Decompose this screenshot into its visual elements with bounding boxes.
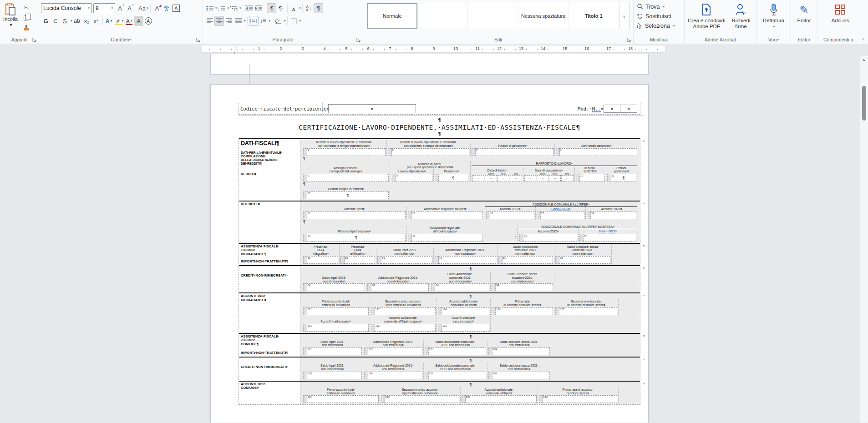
editor-button[interactable]: ✎ Editor xyxy=(791,0,817,34)
input-box[interactable]: 203 xyxy=(428,347,486,355)
character-border-button[interactable]: A xyxy=(171,3,181,13)
shading-button[interactable] xyxy=(274,16,283,26)
shrink-font-button[interactable]: A˅ xyxy=(125,3,134,13)
input-box[interactable]: 81 xyxy=(502,256,553,264)
input-box[interactable]: 207 xyxy=(428,372,486,379)
enclose-characters-button[interactable]: A xyxy=(143,16,153,26)
date-input-box[interactable]: ¤ xyxy=(497,175,509,181)
input-box[interactable]: 22 xyxy=(411,212,483,219)
input-box[interactable]: 4 xyxy=(559,148,638,156)
input-box[interactable]: 1 xyxy=(307,148,386,156)
format-painter-icon[interactable] xyxy=(21,24,31,32)
change-case-button[interactable]: Aa▾ xyxy=(137,3,149,13)
left-to-right-button[interactable]: ›¶ xyxy=(267,3,276,13)
input-box[interactable]: 33 xyxy=(523,234,577,242)
phonetic-guide-button[interactable]: abcA xyxy=(162,3,171,13)
input-box[interactable]: 208 xyxy=(492,372,550,379)
input-box[interactable]: 132 xyxy=(375,324,436,332)
justify-button[interactable] xyxy=(233,16,243,26)
date-input-box[interactable]: ¤ xyxy=(510,175,522,181)
input-box[interactable]: 30¶ xyxy=(307,234,406,242)
date-input-box[interactable]: ¤ xyxy=(537,175,548,181)
input-box[interactable]: 222 xyxy=(385,395,459,403)
font-dialog-launcher[interactable] xyxy=(196,38,201,42)
character-spacing-button[interactable]: ←→A xyxy=(289,3,299,13)
right-to-left-button[interactable]: ¶‹ xyxy=(276,3,286,13)
grow-font-button[interactable]: A˄ xyxy=(115,3,125,13)
input-box[interactable]: 26 xyxy=(490,212,534,219)
superscript-button[interactable]: x2 xyxy=(91,16,101,26)
input-box[interactable]: 29 xyxy=(590,212,636,219)
input-box[interactable]: 21 xyxy=(307,212,406,219)
subscript-button[interactable]: x2 xyxy=(82,16,91,26)
addins-button[interactable]: Add-ins xyxy=(817,0,863,34)
align-right-button[interactable] xyxy=(224,16,233,26)
input-box[interactable]: 126 xyxy=(495,307,553,315)
input-box[interactable]: 121 xyxy=(307,307,369,315)
style-card-0[interactable]: Normale xyxy=(367,3,418,29)
input-box[interactable]: 84 xyxy=(435,283,489,291)
right-indent-marker[interactable] xyxy=(638,49,643,51)
distribute-text-button[interactable] xyxy=(249,16,259,26)
input-box[interactable]: 52 xyxy=(344,256,375,264)
date-input-box[interactable]: ¤ xyxy=(485,175,497,181)
font-name-combo[interactable]: Lucida Console▾ xyxy=(41,3,92,13)
hanging-indent-marker[interactable] xyxy=(234,49,239,51)
input-box[interactable]: 31 xyxy=(411,234,483,242)
input-box[interactable]: 2 xyxy=(391,148,470,156)
clipboard-dialog-launcher[interactable] xyxy=(32,38,37,42)
copy-icon[interactable] xyxy=(21,14,31,22)
date-input-box[interactable]: ¤ xyxy=(524,175,536,181)
first-line-indent-marker[interactable] xyxy=(234,45,239,48)
input-box[interactable]: 51 xyxy=(307,256,338,264)
mod-box-2[interactable]: ¤ xyxy=(620,105,637,113)
style-card-2[interactable]: ····· xyxy=(468,3,518,29)
show-formatting-marks-button[interactable]: ¶ xyxy=(314,3,323,13)
strikethrough-button[interactable]: ab xyxy=(72,16,82,26)
input-box[interactable]: 71 xyxy=(438,256,496,264)
replace-button[interactable]: bc Sostituisci xyxy=(634,11,684,21)
input-box[interactable]: 204 xyxy=(492,347,550,355)
input-box[interactable]: 127 xyxy=(559,307,617,315)
mod-box-1[interactable]: ¤ xyxy=(604,105,620,113)
style-card-4[interactable]: Titolo 1 xyxy=(569,3,619,29)
input-box[interactable]: 221 xyxy=(307,395,379,403)
date-input-box[interactable]: ¤ xyxy=(472,175,484,181)
input-box[interactable]: 91 xyxy=(559,256,610,264)
scroll-up-icon[interactable]: ▲ xyxy=(862,58,866,62)
style-card-1[interactable]: ····· xyxy=(418,3,468,29)
vertical-scrollbar[interactable]: ▲ xyxy=(860,56,868,423)
sort-button[interactable]: AZ↓ xyxy=(304,3,314,13)
input-box[interactable]: 206 xyxy=(368,372,422,379)
input-box[interactable]: 202 xyxy=(368,347,422,355)
text-effects-button[interactable]: A▾ xyxy=(104,16,114,26)
font-color-button[interactable]: A▾ xyxy=(124,16,134,26)
input-box[interactable]: 7¶ xyxy=(438,174,468,181)
style-card-3[interactable]: Nessuna spaziatura xyxy=(518,3,569,29)
paste-button[interactable]: Incolla ▾ xyxy=(0,0,21,32)
scrollbar-thumb[interactable] xyxy=(862,86,866,121)
input-box[interactable]: 10 xyxy=(579,174,605,181)
align-center-button[interactable] xyxy=(214,16,224,26)
font-size-combo[interactable]: 9▾ xyxy=(93,3,115,13)
input-box[interactable]: 34 xyxy=(583,234,636,242)
select-button[interactable]: Seleziona▾ xyxy=(634,21,684,30)
input-box[interactable]: 224 xyxy=(465,395,537,403)
highlight-color-button[interactable]: ▾ xyxy=(114,16,125,26)
create-pdf-button[interactable]: Crea e condividiAdobe PDF xyxy=(685,0,728,34)
align-left-button[interactable] xyxy=(205,16,214,26)
borders-button[interactable] xyxy=(289,16,299,26)
italic-button[interactable]: C xyxy=(51,16,60,26)
character-shading-button[interactable]: A xyxy=(134,16,143,26)
dictate-button[interactable]: Dettatura ▾ xyxy=(756,0,791,34)
input-box[interactable]: 3 xyxy=(475,148,553,156)
page[interactable]: Codice·fiscale·del·percipiente¤ ¤ Mod.·N… xyxy=(210,84,649,423)
input-box[interactable]: 64 xyxy=(307,283,365,291)
input-box[interactable]: 201 xyxy=(307,347,362,355)
styles-gallery-more-button[interactable]: ˅ xyxy=(619,3,629,29)
input-box[interactable]: 131 xyxy=(307,324,369,332)
input-box[interactable]: 11¶ xyxy=(611,174,636,181)
input-box[interactable]: 61 xyxy=(381,256,432,264)
multilevel-list-button[interactable] xyxy=(229,3,239,13)
cut-icon[interactable]: ✂ xyxy=(21,4,31,12)
